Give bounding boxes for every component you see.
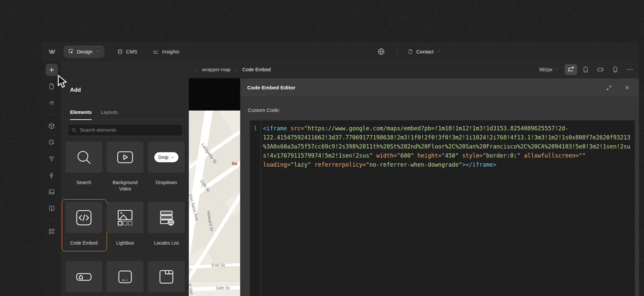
elements-row: SearchBackground VideoDropDropdown bbox=[65, 141, 185, 192]
map-street-label: 14th St bbox=[216, 286, 230, 291]
phone-portrait-breakpoint-icon[interactable] bbox=[609, 64, 622, 75]
element-tile-lightbox[interactable]: Lightbox bbox=[107, 202, 144, 246]
tablet-breakpoint-icon[interactable] bbox=[579, 64, 592, 75]
left-toolbar bbox=[43, 61, 61, 296]
breadcrumb-item-code-embed[interactable]: Code Embed bbox=[242, 67, 271, 72]
phone-landscape-breakpoint-icon[interactable] bbox=[594, 64, 607, 75]
element-tile-search[interactable]: Search bbox=[65, 141, 102, 192]
cms-button[interactable]: CMS bbox=[117, 42, 137, 61]
code-content: <iframe src="https://www.google.com/maps… bbox=[261, 124, 635, 296]
insights-button[interactable]: Insights bbox=[153, 42, 179, 61]
editor-header: Code Embed Editor bbox=[240, 78, 639, 97]
code-line: loading="lazy" referrerpolicy="no-referr… bbox=[263, 160, 635, 169]
cms-label: CMS bbox=[126, 49, 137, 54]
insights-label: Insights bbox=[162, 49, 179, 54]
page-icon bbox=[408, 49, 413, 54]
close-icon[interactable] bbox=[620, 82, 634, 94]
code-editor[interactable]: 1 <iframe src="https://www.google.com/ma… bbox=[250, 120, 635, 296]
line-number: 1 bbox=[254, 125, 257, 131]
rail-components-button[interactable] bbox=[46, 120, 58, 132]
el-search-icon bbox=[65, 141, 102, 173]
webflow-logo-icon[interactable] bbox=[48, 47, 56, 57]
panel-tabs: Elements Layouts bbox=[61, 105, 189, 120]
element-label: Lightbox bbox=[116, 240, 134, 246]
top-bar: Design CMS Insights Contact bbox=[43, 42, 639, 61]
elements-row bbox=[65, 261, 185, 292]
element-label: Code Embed bbox=[70, 240, 98, 246]
breakpoint-width-label: 992px bbox=[539, 67, 552, 72]
map-poi-label: Se bbox=[232, 161, 237, 166]
cursor-select-icon bbox=[68, 48, 74, 55]
code-line: %3A0x60a3a75f57cc69c9!2s398%2011th%20St%… bbox=[263, 142, 635, 151]
breadcrumb-chevron-icon[interactable] bbox=[194, 68, 198, 72]
topbar-separator bbox=[397, 48, 397, 55]
rail-apps-button[interactable] bbox=[46, 225, 58, 238]
desktop-breakpoint-icon[interactable] bbox=[565, 64, 577, 75]
el-locales-icon bbox=[148, 202, 185, 233]
line-number-gutter: 1 bbox=[250, 120, 261, 296]
breadcrumb-item-wrapper-map[interactable]: wrapper-map bbox=[202, 67, 230, 72]
code-line: <iframe src="https://www.google.com/maps… bbox=[263, 124, 635, 133]
database-icon bbox=[117, 49, 123, 55]
rail-libraries-button[interactable] bbox=[46, 202, 58, 214]
element-tile-el-navbar[interactable] bbox=[65, 261, 102, 292]
rail-divider bbox=[47, 220, 56, 220]
custom-code-label: Custom Code: bbox=[248, 107, 280, 113]
editor-title: Code Embed Editor bbox=[247, 85, 296, 91]
element-label: Search bbox=[76, 179, 91, 186]
tab-layouts[interactable]: Layouts bbox=[101, 105, 118, 120]
el-navbar-icon bbox=[65, 261, 102, 292]
search-elements-input[interactable] bbox=[79, 127, 179, 133]
element-tile-code-embed[interactable]: Code Embed bbox=[65, 202, 102, 246]
google-map-embed[interactable]: Lafayette StSe12th StVan Ness AveHoward … bbox=[189, 111, 240, 296]
breadcrumb: wrapper-mapCode Embed bbox=[194, 67, 271, 72]
element-tile-el-tabs[interactable] bbox=[148, 261, 185, 292]
map-street bbox=[189, 286, 240, 292]
rail-divider bbox=[47, 114, 56, 115]
design-label: Design bbox=[77, 49, 93, 54]
more-breakpoints-icon[interactable] bbox=[624, 64, 636, 75]
map-street-label: Erie St bbox=[212, 263, 225, 268]
chevron-down-icon bbox=[437, 49, 441, 54]
rail-style-manager-button[interactable] bbox=[46, 153, 58, 165]
el-lightbox-icon bbox=[107, 202, 144, 233]
element-tile-dropdown[interactable]: DropDropdown bbox=[148, 141, 185, 192]
canvas-top-bar: wrapper-mapCode Embed 992px bbox=[189, 61, 639, 78]
rail-assets-button[interactable] bbox=[46, 186, 58, 198]
breakpoint-width-dropdown[interactable]: 992px bbox=[539, 67, 559, 72]
add-elements-panel: Add Elements Layouts Advanced SearchBack… bbox=[61, 61, 189, 296]
breadcrumb-chevron-icon bbox=[234, 68, 238, 72]
rail-interactions-button[interactable] bbox=[46, 169, 58, 181]
dropdown-sample: Drop bbox=[154, 152, 178, 162]
code-embed-editor-panel: Code Embed Editor Custom Code: 1 <iframe… bbox=[240, 78, 639, 296]
el-slider-icon bbox=[107, 261, 144, 292]
rail-pages-button[interactable] bbox=[46, 80, 58, 92]
panel-title: Add bbox=[70, 87, 81, 93]
page-name-label: Contact bbox=[416, 49, 434, 54]
code-line: 122.41547592411662!3d37.77069177198638!2… bbox=[263, 133, 635, 142]
rail-add-elements-button[interactable] bbox=[46, 64, 58, 76]
chevron-down-icon bbox=[96, 49, 100, 54]
page-selector-contact[interactable]: Contact bbox=[408, 42, 441, 61]
el-bgvideo-icon bbox=[107, 141, 144, 173]
editor-actions-separator bbox=[618, 83, 618, 92]
chart-icon bbox=[153, 49, 159, 55]
tab-elements[interactable]: Elements bbox=[70, 105, 92, 120]
globe-icon[interactable] bbox=[377, 47, 385, 57]
canvas-dark-section bbox=[189, 78, 240, 111]
rail-navigator-button[interactable] bbox=[46, 97, 58, 109]
breakpoint-toolbar: 992px bbox=[539, 64, 636, 75]
app-window: Design CMS Insights Contact Add Elements… bbox=[43, 42, 639, 296]
element-tile-background-video[interactable]: Background Video bbox=[107, 141, 144, 192]
el-code-icon bbox=[65, 202, 102, 233]
design-mode-button[interactable]: Design bbox=[64, 45, 104, 58]
el-dropdown-icon: Drop bbox=[148, 141, 185, 173]
expand-icon[interactable] bbox=[602, 82, 616, 94]
code-line: s!4v1767911579974!5m2!1sen!2sus" width="… bbox=[263, 151, 635, 160]
elements-row: Code EmbedLightboxLocales List bbox=[65, 202, 185, 246]
element-tile-locales-list[interactable]: Locales List bbox=[148, 202, 185, 246]
search-icon bbox=[71, 127, 76, 133]
element-label: Dropdown bbox=[156, 179, 177, 186]
element-tile-el-slider[interactable] bbox=[107, 261, 144, 292]
rail-variables-button[interactable] bbox=[46, 136, 58, 149]
